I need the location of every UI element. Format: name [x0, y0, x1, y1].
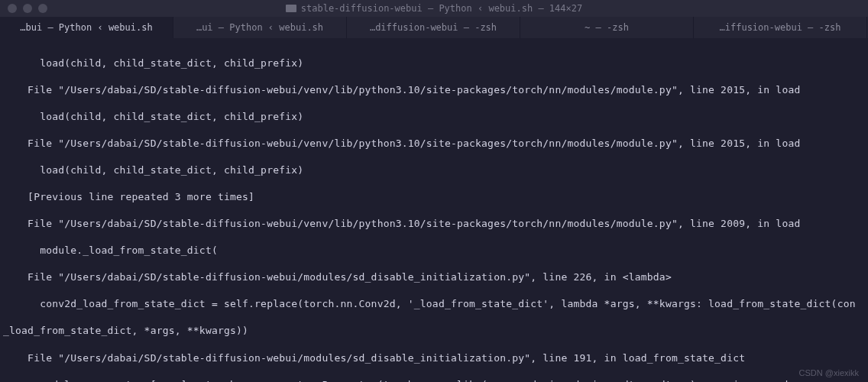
- terminal-line: conv2d_load_from_state_dict = self.repla…: [3, 297, 865, 311]
- terminal-line: load(child, child_state_dict, child_pref…: [3, 57, 865, 70]
- traffic-lights: [8, 4, 47, 13]
- terminal-line: _load_from_state_dict, *args, **kwargs)): [3, 324, 865, 338]
- close-icon[interactable]: [8, 4, 17, 13]
- watermark: CSDN @xiexikk: [799, 368, 859, 377]
- folder-icon: [286, 5, 296, 12]
- maximize-icon[interactable]: [38, 4, 47, 13]
- tab-4[interactable]: …iffusion-webui — -zsh: [694, 17, 867, 38]
- terminal-line: [Previous line repeated 3 more times]: [3, 190, 865, 204]
- terminal-line: File "/Users/dabai/SD/stable-diffusion-w…: [3, 217, 865, 231]
- terminal-line: module._parameters[name] = torch.nn.para…: [3, 378, 865, 382]
- terminal-output[interactable]: load(child, child_state_dict, child_pref…: [0, 38, 868, 382]
- window-title: stable-diffusion-webui — Python ‹ webui.…: [6, 3, 862, 14]
- terminal-line: File "/Users/dabai/SD/stable-diffusion-w…: [3, 351, 865, 365]
- tab-0[interactable]: …bui — Python ‹ webui.sh: [0, 17, 173, 38]
- titlebar: stable-diffusion-webui — Python ‹ webui.…: [0, 0, 868, 17]
- terminal-line: load(child, child_state_dict, child_pref…: [3, 163, 865, 177]
- terminal-line: module._load_from_state_dict(: [3, 244, 865, 257]
- tab-3[interactable]: ~ — -zsh: [520, 17, 694, 38]
- tab-2[interactable]: …diffusion-webui — -zsh: [347, 17, 520, 38]
- terminal-line: File "/Users/dabai/SD/stable-diffusion-w…: [3, 137, 865, 151]
- window-title-text: stable-diffusion-webui — Python ‹ webui.…: [301, 3, 582, 14]
- terminal-line: load(child, child_state_dict, child_pref…: [3, 110, 865, 124]
- terminal-line: File "/Users/dabai/SD/stable-diffusion-w…: [3, 83, 865, 97]
- tabs-bar: …bui — Python ‹ webui.sh …ui — Python ‹ …: [0, 17, 868, 38]
- tab-1[interactable]: …ui — Python ‹ webui.sh: [173, 17, 347, 38]
- minimize-icon[interactable]: [23, 4, 32, 13]
- terminal-line: File "/Users/dabai/SD/stable-diffusion-w…: [3, 270, 865, 284]
